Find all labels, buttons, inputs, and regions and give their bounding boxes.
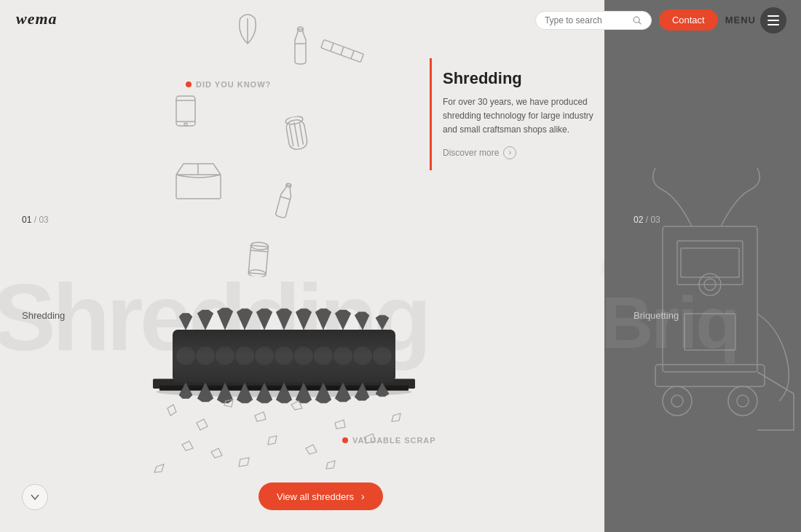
search-bar	[535, 11, 652, 30]
svg-marker-28	[179, 314, 192, 330]
menu-icon	[760, 7, 786, 33]
scroll-down-button[interactable]	[22, 484, 48, 510]
red-dot-scrap-icon	[342, 437, 348, 443]
svg-rect-80	[655, 365, 765, 386]
svg-point-82	[728, 386, 757, 416]
svg-marker-68	[211, 448, 222, 458]
svg-rect-78	[677, 241, 743, 285]
menu-line-3	[768, 24, 779, 25]
svg-marker-49	[315, 309, 331, 330]
bottle-icon-left	[272, 180, 297, 220]
svg-line-11	[299, 123, 303, 145]
chevron-down-icon	[30, 492, 40, 502]
header: wema Contact MENU	[0, 0, 801, 40]
shredder-machine	[102, 277, 466, 408]
slide-label: Shredding	[22, 310, 65, 321]
svg-marker-72	[335, 420, 345, 429]
logo: wema	[15, 8, 73, 33]
svg-marker-69	[239, 458, 249, 467]
slide-counter: 01 / 03	[22, 215, 49, 225]
phone-icon	[175, 95, 197, 127]
contact-button[interactable]: Contact	[659, 9, 718, 31]
svg-marker-71	[306, 445, 317, 454]
svg-line-4	[331, 43, 334, 51]
svg-line-5	[341, 47, 344, 55]
svg-point-81	[663, 386, 692, 416]
discover-arrow-icon: ›	[503, 146, 516, 159]
svg-marker-52	[335, 310, 351, 330]
log-icon	[281, 114, 312, 154]
search-input[interactable]	[545, 15, 632, 25]
svg-line-90	[639, 22, 641, 24]
svg-line-10	[294, 122, 299, 146]
svg-rect-87	[684, 314, 735, 350]
svg-point-15	[285, 183, 291, 188]
logo-svg: wema	[15, 8, 73, 28]
svg-rect-16	[176, 96, 195, 126]
red-dot-icon	[186, 82, 192, 87]
valuable-scrap-label: VALUABLE SCRAP	[342, 436, 436, 445]
svg-marker-46	[296, 309, 312, 330]
svg-rect-79	[681, 248, 739, 277]
svg-marker-55	[355, 312, 369, 330]
svg-marker-40	[256, 309, 272, 330]
svg-marker-63	[197, 419, 208, 430]
svg-marker-70	[268, 436, 277, 445]
header-right: Contact MENU	[535, 7, 786, 33]
svg-point-83	[671, 395, 683, 407]
left-panel: Shredding DID YOU KNOW? 01 / 03 Shreddin…	[0, 0, 604, 532]
svg-line-6	[351, 50, 354, 58]
svg-point-21	[250, 242, 269, 250]
info-card: Shredding For over 30 years, we have pro…	[430, 58, 597, 170]
menu-label: MENU	[725, 15, 756, 25]
right-panel: 02 / 03 Briq Briquetting	[604, 0, 801, 532]
svg-line-14	[280, 196, 291, 199]
did-you-know-label: DID YOU KNOW?	[186, 80, 271, 89]
svg-marker-31	[197, 310, 213, 330]
svg-rect-61	[173, 330, 395, 382]
svg-line-9	[290, 125, 293, 147]
discover-link[interactable]: Discover more ›	[443, 146, 597, 159]
info-title: Shredding	[443, 69, 597, 88]
svg-rect-12	[176, 175, 221, 199]
svg-marker-67	[182, 441, 193, 450]
box-icon	[175, 160, 222, 200]
info-description: For over 30 years, we have produced shre…	[443, 95, 597, 138]
view-all-shredders-button[interactable]: View all shredders ›	[259, 483, 383, 510]
svg-marker-43	[276, 309, 292, 330]
svg-marker-34	[217, 308, 233, 330]
menu-line-2	[768, 20, 779, 21]
svg-marker-75	[154, 464, 164, 472]
svg-rect-7	[285, 119, 309, 151]
svg-point-89	[634, 17, 639, 23]
svg-marker-37	[237, 309, 253, 330]
shredder-machine-container	[95, 270, 473, 416]
briquetting-machine-icon	[619, 168, 801, 459]
search-icon	[632, 15, 642, 25]
svg-text:wema: wema	[16, 9, 58, 28]
svg-point-19	[184, 123, 187, 126]
menu-button[interactable]: MENU	[725, 7, 786, 33]
svg-rect-3	[321, 39, 364, 62]
svg-marker-58	[376, 315, 389, 330]
svg-marker-76	[326, 461, 335, 469]
view-all-arrow-icon: ›	[361, 491, 365, 502]
svg-line-23	[250, 250, 268, 252]
svg-point-84	[737, 395, 749, 407]
menu-line-1	[768, 15, 779, 17]
wood-plank-icon	[319, 36, 365, 65]
svg-point-8	[285, 115, 303, 125]
